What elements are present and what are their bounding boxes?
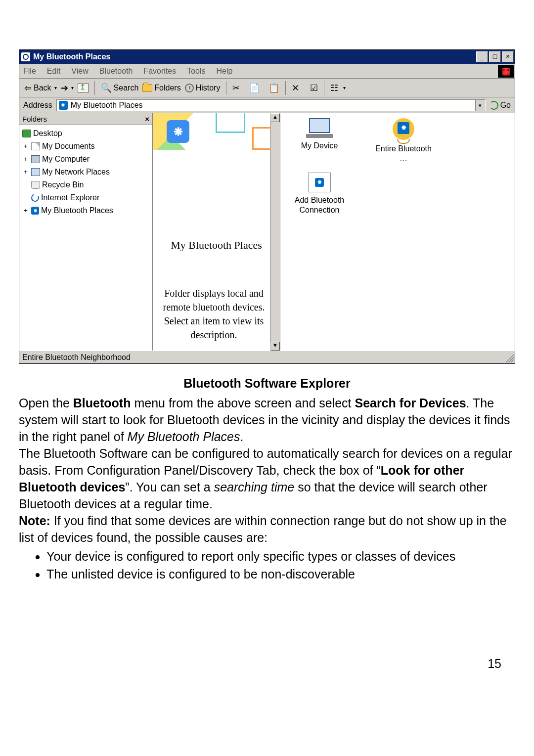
- menu-help[interactable]: Help: [217, 67, 233, 76]
- folders-icon: [142, 84, 152, 92]
- folders-label: Folders: [154, 84, 180, 92]
- info-title: My Bluetooth Places: [153, 239, 280, 252]
- doc-bullet: Your device is configured to report only…: [46, 548, 515, 565]
- menubar: File Edit View Bluetooth Favorites Tools…: [19, 64, 515, 79]
- menu-view[interactable]: View: [71, 67, 88, 76]
- menu-edit[interactable]: Edit: [47, 67, 61, 76]
- forward-arrow-icon: ➔: [61, 83, 68, 93]
- history-label: History: [196, 84, 221, 92]
- address-label: Address: [23, 101, 52, 110]
- folders-title: Folders: [22, 115, 47, 123]
- tree-label: Internet Explorer: [41, 191, 99, 204]
- menu-tools[interactable]: Tools: [187, 67, 205, 76]
- address-field[interactable]: ⁕ My Bluetooth Places ▾: [56, 99, 486, 111]
- address-dropdown-icon[interactable]: ▾: [475, 100, 485, 111]
- search-button[interactable]: 🔍 Search: [101, 83, 139, 93]
- go-button[interactable]: Go: [490, 101, 511, 110]
- item-label: My Device: [287, 141, 352, 151]
- go-icon: [490, 101, 498, 110]
- content-pane[interactable]: My Device ⁕ Entire Bluetooth … ⁕ Add Blu…: [280, 113, 515, 351]
- titlebar[interactable]: My Bluetooth Places _ □ ×: [19, 50, 515, 64]
- cut-icon[interactable]: ✂: [232, 83, 240, 93]
- tree-label: My Bluetooth Places: [41, 204, 113, 217]
- go-label: Go: [500, 101, 511, 110]
- document-text: Bluetooth Software Explorer Open the Blu…: [19, 375, 515, 582]
- ie-icon: [30, 193, 41, 203]
- doc-heading: Bluetooth Software Explorer: [19, 375, 515, 392]
- bluetooth-large-icon: ⁕: [167, 120, 189, 143]
- tree-label: Desktop: [33, 127, 62, 140]
- item-my-device[interactable]: My Device: [287, 118, 352, 164]
- history-icon: [185, 84, 194, 92]
- minimize-button[interactable]: _: [476, 51, 488, 62]
- expand-icon[interactable]: +: [22, 140, 29, 153]
- address-value: My Bluetooth Places: [71, 101, 143, 110]
- maximize-button[interactable]: □: [489, 51, 501, 62]
- status-bar: Entire Bluetooth Neighborhood: [19, 351, 515, 363]
- tree-bluetooth-places[interactable]: + ⁕ My Bluetooth Places: [22, 204, 149, 217]
- tree-network-places[interactable]: + My Network Places: [22, 166, 149, 178]
- folders-header: Folders ×: [19, 113, 152, 125]
- history-button[interactable]: History: [185, 84, 221, 92]
- info-banner: ⁕: [153, 113, 280, 150]
- my-device-icon: [306, 118, 333, 138]
- back-label: Back: [34, 84, 51, 92]
- recycle-bin-icon: [31, 181, 40, 189]
- info-description: Folder displays local and remote bluetoo…: [161, 286, 267, 342]
- item-label: Entire Bluetooth …: [371, 144, 436, 164]
- menu-file[interactable]: File: [23, 67, 36, 76]
- doc-bullet-list: Your device is configured to report only…: [19, 548, 515, 582]
- folders-button[interactable]: Folders: [142, 84, 180, 92]
- views-dropdown-icon[interactable]: ▾: [343, 85, 346, 90]
- search-label: Search: [114, 84, 139, 92]
- bluetooth-icon: ⁕: [31, 207, 39, 215]
- search-icon: 🔍: [101, 83, 112, 93]
- tree-internet-explorer[interactable]: Internet Explorer: [22, 191, 149, 204]
- tree-label: My Documents: [42, 140, 95, 153]
- scroll-up-icon[interactable]: ▲: [270, 113, 280, 122]
- undo-icon[interactable]: ☑: [310, 83, 318, 93]
- toolbar: ⇦ Back ▾ ➔ ▾ 🔍 Search Folders History: [19, 79, 515, 97]
- tree-my-documents[interactable]: + My Documents: [22, 140, 149, 153]
- doc-paragraph: Open the Bluetooth menu from the above s…: [19, 395, 515, 445]
- scroll-down-icon[interactable]: ▼: [270, 342, 280, 351]
- bluetooth-icon: ⁕: [59, 101, 68, 110]
- paste-icon[interactable]: 📋: [268, 83, 279, 93]
- tree-recycle-bin[interactable]: Recycle Bin: [22, 178, 149, 191]
- close-button[interactable]: ×: [502, 51, 514, 62]
- up-button[interactable]: [78, 83, 89, 93]
- doc-paragraph: The Bluetooth Software can be configured…: [19, 445, 515, 512]
- copy-icon[interactable]: 📄: [249, 83, 260, 93]
- forward-button[interactable]: ➔ ▾: [61, 83, 74, 93]
- throbber-icon: ▦: [498, 65, 514, 78]
- explorer-body: Folders × Desktop + My Documents +: [19, 113, 515, 351]
- tree-desktop[interactable]: Desktop: [22, 127, 149, 140]
- window-title: My Bluetooth Places: [33, 52, 476, 61]
- tree-my-computer[interactable]: + My Computer: [22, 153, 149, 166]
- info-scrollbar[interactable]: ▲ ▼: [270, 113, 280, 351]
- back-dropdown-icon[interactable]: ▾: [54, 85, 57, 90]
- back-button[interactable]: ⇦ Back ▾: [24, 83, 57, 93]
- views-icon[interactable]: ☷: [330, 83, 338, 93]
- address-bar: Address ⁕ My Bluetooth Places ▾ Go: [19, 97, 515, 113]
- up-folder-icon: [78, 83, 89, 93]
- resize-grip-icon[interactable]: [506, 355, 514, 362]
- forward-dropdown-icon[interactable]: ▾: [71, 85, 74, 90]
- item-entire-bluetooth[interactable]: ⁕ Entire Bluetooth …: [371, 118, 436, 164]
- item-label: Add Bluetooth Connection: [287, 195, 352, 215]
- menu-favorites[interactable]: Favorites: [143, 67, 176, 76]
- expand-icon[interactable]: +: [22, 153, 29, 166]
- doc-paragraph: Note: If you find that some devices are …: [19, 512, 515, 546]
- delete-icon[interactable]: ✕: [292, 83, 299, 93]
- decorative-square-icon: [216, 113, 245, 133]
- menu-bluetooth[interactable]: Bluetooth: [99, 67, 133, 76]
- expand-icon[interactable]: +: [22, 204, 29, 217]
- add-bluetooth-icon: ⁕: [308, 173, 331, 192]
- expand-icon[interactable]: +: [22, 166, 29, 178]
- item-add-bluetooth-connection[interactable]: ⁕ Add Bluetooth Connection: [287, 173, 352, 215]
- info-pane: ⁕ My Bluetooth Places Folder displays lo…: [153, 113, 280, 351]
- computer-icon: [31, 155, 40, 163]
- doc-bullet: The unlisted device is configured to be …: [46, 566, 515, 582]
- folders-close-icon[interactable]: ×: [145, 115, 149, 123]
- explorer-window: My Bluetooth Places _ □ × File Edit View…: [19, 49, 515, 364]
